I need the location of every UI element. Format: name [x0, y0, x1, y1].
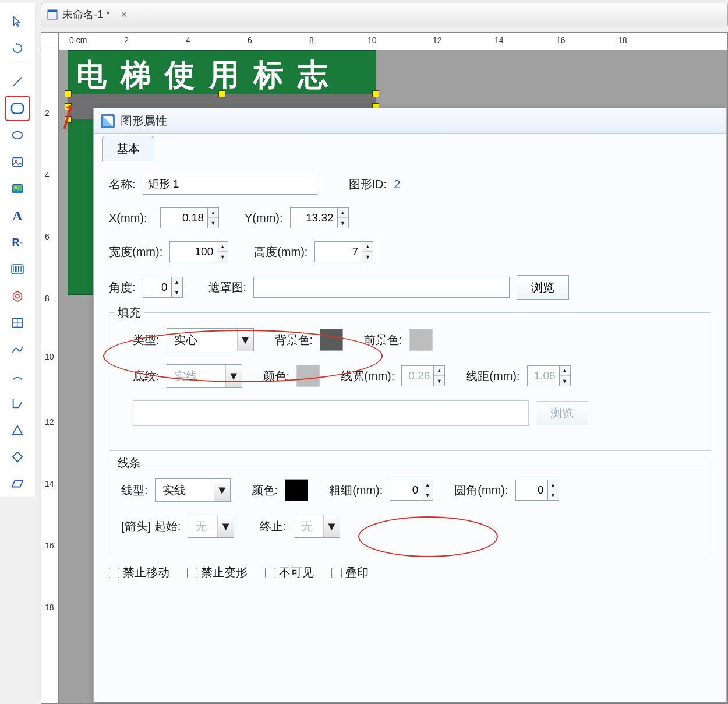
spin-up-icon[interactable]: ▲ [208, 208, 218, 218]
fill-fieldset: 填充 类型: 实心▼ 背景色: 前景色: 底纹: 实线▼ 颜色: 线宽(mm):… [109, 312, 711, 451]
angle-label: 角度: [109, 280, 136, 295]
height-input[interactable]: ▲▼ [314, 241, 373, 262]
line-color-swatch[interactable] [285, 479, 308, 501]
y-label: Y(mm): [245, 212, 283, 225]
ruler-corner [41, 33, 59, 50]
selection-handle[interactable] [65, 90, 72, 97]
chevron-down-icon[interactable]: ▼ [214, 479, 230, 501]
document-title: 未命名-1 * [62, 8, 110, 22]
mask-input[interactable] [253, 277, 510, 298]
fill-legend: 填充 [114, 305, 144, 321]
ellipse-tool[interactable] [5, 122, 30, 148]
line-fieldset: 线条 线型: 实线▼ 颜色: 粗细(mm): ▲▼ 圆角(mm): ▲▼ [箭头… [109, 463, 711, 553]
arrow-end-label: 终止: [260, 519, 287, 534]
svg-rect-3 [13, 158, 23, 167]
curve-tool[interactable] [5, 337, 30, 362]
arrow-end-dropdown: 无▼ [294, 515, 340, 538]
svg-point-6 [15, 186, 17, 189]
image-tool-1[interactable] [5, 149, 30, 175]
ruler-vertical: 2 4 6 8 10 12 14 16 18 [41, 50, 59, 703]
rounded-rect-tool[interactable] [5, 96, 30, 121]
polyline-tool[interactable] [5, 390, 30, 416]
chevron-down-icon: ▼ [225, 365, 242, 387]
bg-color-label: 背景色: [275, 332, 313, 348]
line-tool[interactable] [5, 69, 30, 94]
canvas-text[interactable]: 电梯使用标志 [76, 55, 342, 96]
pattern-label: 底纹: [133, 368, 160, 384]
line-type-dropdown[interactable]: 实线▼ [155, 478, 231, 502]
line-type-label: 线型: [121, 483, 148, 498]
id-label: 图形ID: [349, 177, 387, 192]
line-weight-input[interactable]: ▲▼ [390, 480, 433, 501]
separator [6, 65, 29, 65]
fill-path-input [133, 400, 529, 426]
fill-browse-button: 浏览 [536, 401, 588, 425]
triangle-tool[interactable] [5, 417, 30, 443]
selection-handle[interactable] [218, 90, 225, 97]
parallelogram-tool[interactable] [5, 471, 30, 497]
fg-color-label: 前景色: [364, 332, 402, 348]
invisible-checkbox[interactable]: 不可见 [265, 565, 314, 580]
svg-rect-19 [48, 10, 57, 12]
width-label: 宽度(mm): [109, 244, 162, 260]
left-toolbar: A R≡ [0, 3, 35, 497]
tab-basic[interactable]: 基本 [102, 136, 154, 161]
id-value: 2 [394, 178, 400, 191]
lock-move-checkbox[interactable]: 禁止移动 [109, 565, 169, 580]
pattern-color-swatch [296, 365, 320, 387]
ruler-horizontal: 0 cm 2 4 6 8 10 12 14 16 18 [59, 33, 727, 50]
svg-line-0 [13, 78, 22, 86]
width-input[interactable]: ▲▼ [169, 241, 228, 262]
ruler-unit-label: 0 cm [69, 36, 87, 45]
x-input[interactable]: ▲▼ [160, 207, 219, 228]
document-tab[interactable]: 未命名-1 * ✕ [47, 8, 128, 22]
dialog-tab-strip: 基本 [94, 134, 726, 161]
fg-color-swatch[interactable] [409, 329, 433, 351]
diamond-tool[interactable] [5, 444, 30, 470]
line-radius-input[interactable]: ▲▼ [515, 480, 559, 501]
dialog-titlebar[interactable]: 图形属性 [94, 108, 726, 134]
browse-button[interactable]: 浏览 [517, 275, 569, 300]
chevron-down-icon: ▼ [217, 515, 234, 537]
x-label: X(mm): [109, 212, 153, 225]
mask-label: 遮罩图: [208, 280, 247, 295]
pointer-tool[interactable] [5, 9, 30, 34]
fill-type-label: 类型: [133, 332, 160, 348]
pdf-tool[interactable] [5, 283, 30, 309]
chevron-down-icon[interactable]: ▼ [237, 329, 253, 351]
height-label: 高度(mm): [254, 244, 308, 260]
dialog-icon [101, 114, 115, 128]
linewidth-label: 线宽(mm): [341, 368, 394, 384]
bg-color-swatch[interactable] [320, 329, 343, 351]
overprint-checkbox[interactable]: 叠印 [331, 565, 369, 580]
selection-handle[interactable] [372, 90, 379, 97]
svg-point-14 [16, 294, 19, 298]
arc-tool[interactable] [5, 364, 30, 389]
rich-text-tool[interactable]: R≡ [5, 230, 30, 255]
arrow-start-dropdown: 无▼ [188, 515, 234, 538]
spin-down-icon[interactable]: ▼ [208, 218, 218, 228]
linewidth-input: ▲▼ [401, 365, 445, 386]
table-tool[interactable] [5, 310, 30, 336]
lock-resize-checkbox[interactable]: 禁止变形 [187, 565, 248, 580]
text-tool[interactable]: A [5, 203, 30, 228]
document-tab-bar: 未命名-1 * ✕ [41, 3, 728, 26]
angle-input[interactable]: ▲▼ [143, 277, 183, 298]
linespace-input: ▲▼ [527, 365, 571, 386]
svg-rect-1 [12, 103, 23, 114]
rotate-tool[interactable] [5, 36, 30, 61]
chevron-down-icon: ▼ [323, 515, 340, 537]
line-weight-label: 粗细(mm): [329, 483, 383, 498]
barcode-tool[interactable] [5, 256, 30, 282]
name-label: 名称: [109, 177, 136, 192]
line-radius-label: 圆角(mm): [454, 483, 508, 498]
image-tool-2[interactable] [5, 176, 30, 202]
arrow-start-label: [箭头] 起始: [121, 519, 181, 534]
y-input[interactable]: ▲▼ [290, 207, 349, 228]
options-row: 禁止移动 禁止变形 不可见 叠印 [109, 565, 711, 580]
close-tab-icon[interactable]: ✕ [121, 10, 128, 19]
fill-type-dropdown[interactable]: 实心▼ [167, 328, 254, 351]
properties-dialog: 图形属性 基本 名称: 图形ID: 2 X(mm): ▲▼ Y(mm): ▲▼ … [93, 108, 727, 702]
name-input[interactable] [143, 174, 317, 195]
dialog-body: 名称: 图形ID: 2 X(mm): ▲▼ Y(mm): ▲▼ 宽度(mm): … [94, 161, 726, 593]
